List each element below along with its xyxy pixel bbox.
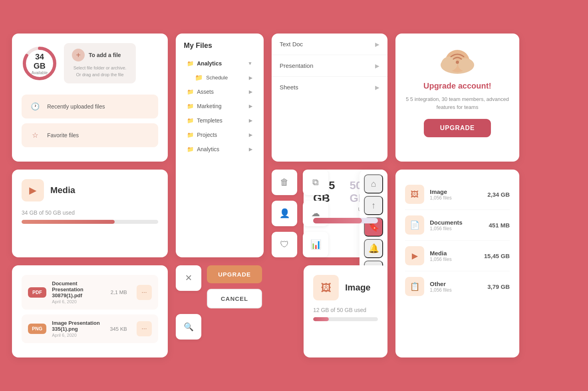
- add-file-label: To add a file: [89, 52, 121, 58]
- pdf-more-button[interactable]: ···: [137, 285, 152, 300]
- image-stat-name: Image: [430, 188, 482, 195]
- chevron-textdoc: ▶: [375, 41, 379, 47]
- upgrade-desc: 5 5 integration, 30 team members, advanc…: [405, 95, 510, 111]
- pdf-badge: PDF: [28, 287, 46, 298]
- pdf-file-item[interactable]: PDF Document Presentation 30879(1).pdf A…: [22, 275, 158, 310]
- png-file-name: Image Presentation 335(1).png: [52, 320, 104, 332]
- pdf-file-date: April 6, 2020: [52, 299, 105, 304]
- storage-gb-text: 34 GB: [31, 52, 49, 70]
- media-usage-text: 34 GB of 50 GB used: [22, 209, 158, 216]
- documents-stat-icon: 📄: [405, 215, 424, 235]
- chevron-templetes: ▶: [249, 118, 252, 123]
- sidebar-home-button[interactable]: ⌂: [364, 174, 383, 194]
- presentation-label: Presentation: [280, 62, 375, 69]
- myfiles-analytics-item[interactable]: 📁 Analytics ▼: [184, 56, 256, 71]
- png-more-button[interactable]: ···: [137, 321, 152, 336]
- documents-stat-item: 📄 Documents 1,056 files 451 MB: [405, 210, 510, 241]
- close-button[interactable]: ✕: [176, 265, 201, 291]
- chevron-sheets: ▶: [375, 84, 379, 91]
- trash-button[interactable]: 🗑: [272, 170, 297, 195]
- image-stat-size: 2,34 GB: [487, 191, 510, 198]
- other-stat-icon: 📋: [405, 277, 424, 296]
- svg-point-6: [456, 61, 459, 64]
- media-stat-name: Media: [430, 250, 479, 257]
- presentation-item[interactable]: Presentation ▶: [272, 55, 387, 77]
- file-stats-card: 🖼 Image 1,056 files 2,34 GB 📄 Documents …: [395, 170, 519, 357]
- cloud-upgrade-icon: [437, 43, 477, 75]
- sidebar-upload-button[interactable]: ↑: [364, 196, 383, 215]
- media-bar: [22, 220, 158, 224]
- textdoc-item[interactable]: Text Doc ▶: [272, 34, 387, 55]
- shield-button[interactable]: 🛡: [272, 232, 297, 257]
- upload-storage-card: 34 GB Available + To add a file Select f…: [12, 34, 168, 162]
- chevron-marketing: ▶: [249, 103, 252, 109]
- documents-stat-count: 1,056 files: [430, 226, 483, 231]
- image-usage-card: 🖼 Image 12 GB of 50 GB used: [304, 265, 387, 357]
- sheets-item[interactable]: Sheets ▶: [272, 77, 387, 98]
- myfiles-schedule-item[interactable]: 📁 Schedule ▶: [184, 71, 256, 85]
- image-bar-fill: [313, 317, 329, 321]
- myfiles-templetes-item[interactable]: 📁 Templetes ▶: [184, 113, 256, 128]
- files-list-card: PDF Document Presentation 30879(1).pdf A…: [12, 265, 168, 357]
- image-stat-count: 1,056 files: [430, 195, 482, 201]
- storage-available-label: Available: [31, 70, 49, 75]
- folder-icon-analytics2: 📁: [187, 146, 194, 152]
- svg-point-4: [441, 57, 457, 71]
- user-button[interactable]: 👤: [272, 201, 297, 226]
- other-stat-size: 3,79 GB: [487, 283, 510, 290]
- upgrade-account-button[interactable]: UPGRADE: [424, 119, 491, 137]
- recently-uploaded-item[interactable]: 🕐 Recently uploaded files: [22, 95, 158, 118]
- folder-icon-templetes: 📁: [187, 117, 194, 124]
- storage-bar: [313, 218, 378, 223]
- favorite-files-item[interactable]: ☆ Favorite files: [22, 123, 158, 147]
- png-file-item[interactable]: PNG Image Presentation 335(1).png April …: [22, 314, 158, 343]
- my-files-card: My Files 📁 Analytics ▼ 📁 Schedule ▶ 📁 As…: [176, 34, 264, 257]
- search-button[interactable]: 🔍: [176, 314, 201, 340]
- pdf-file-size: 2,1 MB: [111, 289, 127, 295]
- chevron-schedule: ▶: [249, 75, 252, 81]
- myfiles-projects-item[interactable]: 📁 Projects ▶: [184, 128, 256, 142]
- image-stat-icon: 🖼: [405, 185, 424, 204]
- chevron-assets: ▶: [249, 89, 252, 95]
- pdf-file-name: Document Presentation 30879(1).pdf: [52, 280, 105, 298]
- media-icon-box: ▶: [22, 179, 44, 201]
- other-stat-count: 1,056 files: [430, 287, 482, 293]
- add-file-button[interactable]: + To add a file Select file folder or ar…: [64, 43, 136, 83]
- add-file-sub: Select file folder or archive. Or drag a…: [72, 65, 128, 78]
- other-stat-name: Other: [430, 280, 482, 287]
- plus-icon: +: [72, 49, 85, 61]
- folder-icon-schedule: 📁: [195, 74, 203, 81]
- storage-bar-fill: [313, 218, 362, 223]
- other-stat-item: 📋 Other 1,056 files 3,79 GB: [405, 271, 510, 302]
- folder-icon-analytics: 📁: [187, 60, 194, 67]
- star-icon: ☆: [29, 129, 42, 142]
- sheets-label: Sheets: [280, 84, 375, 91]
- media-card: ▶ Media 34 GB of 50 GB used: [12, 170, 168, 257]
- myfiles-marketing-item[interactable]: 📁 Marketing ▶: [184, 99, 256, 113]
- cancel-button[interactable]: CANCEL: [207, 289, 262, 308]
- png-badge: PNG: [28, 324, 46, 334]
- action-icons-grid: 🗑 ⧉ 👤 ☁ 🛡 📊: [272, 170, 336, 257]
- documents-stat-size: 451 MB: [489, 222, 510, 229]
- chart-button[interactable]: 📊: [303, 232, 328, 257]
- copy-button[interactable]: ⧉: [303, 170, 328, 195]
- folder-icon-marketing: 📁: [187, 103, 194, 109]
- dropdown-arrow-analytics: ▼: [248, 61, 252, 66]
- myfiles-analytics2-item[interactable]: 📁 Analytics ▶: [184, 142, 256, 156]
- png-file-date: April 6, 2020: [52, 333, 104, 338]
- my-files-title: My Files: [184, 41, 256, 50]
- icon-actions-area: ✕ UPGRADE CANCEL 🔍: [176, 265, 264, 357]
- myfiles-assets-item[interactable]: 📁 Assets ▶: [184, 85, 256, 99]
- svg-point-5: [458, 58, 473, 71]
- documents-stat-name: Documents: [430, 219, 483, 226]
- sidebar-bell-button[interactable]: 🔔: [364, 239, 383, 258]
- media-stat-icon: ▶: [405, 246, 424, 265]
- folder-icon-projects: 📁: [187, 132, 194, 138]
- media-bar-fill: [22, 220, 115, 224]
- upgrade-inline-button[interactable]: UPGRADE: [207, 265, 262, 283]
- media-title: Media: [50, 185, 75, 196]
- icon-actions-bottom-row: 🔍: [176, 314, 264, 340]
- upgrade-title: Upgrade account!: [405, 81, 510, 91]
- image-usage-title: Image: [345, 282, 371, 293]
- media-stat-item: ▶ Media 1,056 files 15,45 GB: [405, 241, 510, 271]
